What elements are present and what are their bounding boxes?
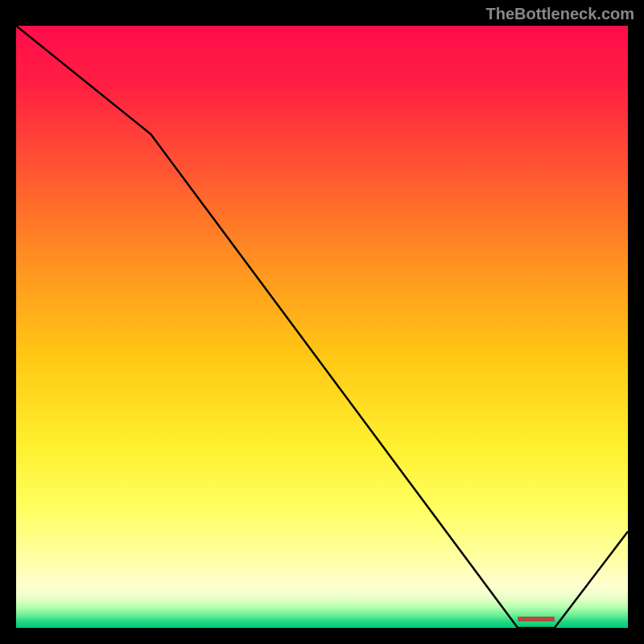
gradient-background (16, 26, 628, 628)
watermark-text: TheBottleneck.com (486, 5, 634, 23)
plot-area (16, 26, 628, 628)
chart-container (16, 26, 628, 628)
svg-rect-0 (16, 26, 628, 628)
